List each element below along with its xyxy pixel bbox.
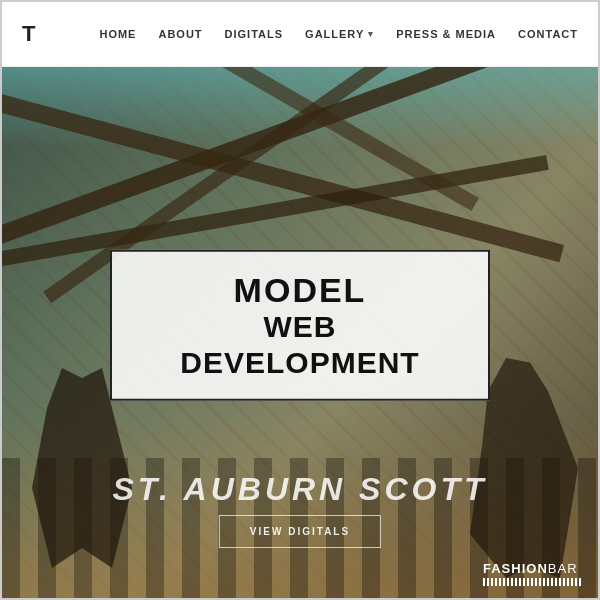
- hero-title-line2: WEB DEVELOPMENT: [142, 309, 458, 381]
- fashionbar-text: FASHIONBAR: [483, 561, 583, 576]
- barcode-decoration: [483, 578, 583, 586]
- nav-press-media[interactable]: PRESS & MEDIA: [396, 28, 496, 40]
- site-logo[interactable]: T: [22, 21, 36, 47]
- fashionbar-bold: FASHION: [483, 561, 548, 576]
- hero-title-line1: MODEL: [142, 271, 458, 308]
- hero-cta-area: VIEW DIGITALS: [219, 515, 381, 548]
- main-nav: HOME ABOUT DIGITALS GALLERY ▾ PRESS & ME…: [99, 28, 578, 40]
- hero-title-box: MODEL WEB DEVELOPMENT: [110, 249, 490, 400]
- page-wrapper: T HOME ABOUT DIGITALS GALLERY ▾ PRESS & …: [0, 0, 600, 600]
- hero-content: MODEL WEB DEVELOPMENT: [110, 249, 490, 400]
- nav-home[interactable]: HOME: [99, 28, 136, 40]
- nav-gallery[interactable]: GALLERY ▾: [305, 28, 374, 40]
- site-header: T HOME ABOUT DIGITALS GALLERY ▾ PRESS & …: [2, 2, 598, 67]
- nav-about[interactable]: ABOUT: [158, 28, 202, 40]
- fashionbar-brand: FASHIONBAR: [483, 561, 583, 586]
- hero-name: ST. AUBURN SCOTT: [2, 471, 598, 508]
- nav-contact[interactable]: CONTACT: [518, 28, 578, 40]
- fashionbar-regular: BAR: [548, 561, 578, 576]
- chevron-down-icon: ▾: [368, 29, 374, 39]
- nav-digitals[interactable]: DIGITALS: [225, 28, 284, 40]
- view-digitals-button[interactable]: VIEW DIGITALS: [219, 515, 381, 548]
- hero-section: MODEL WEB DEVELOPMENT ST. AUBURN SCOTT V…: [2, 67, 598, 598]
